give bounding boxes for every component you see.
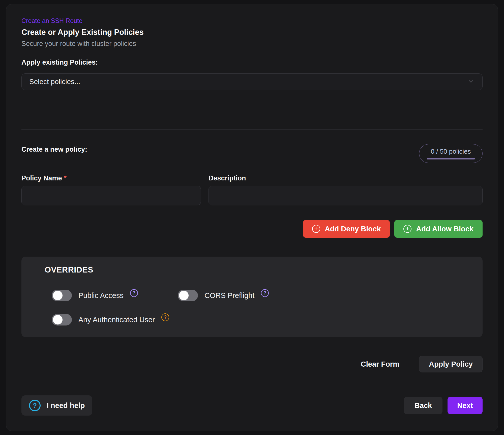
apply-existing-label: Apply existing Policies: [21,58,483,66]
plus-circle-icon: + [403,225,411,233]
cors-preflight-toggle-row: CORS Preflight ? [178,290,472,301]
policy-name-input[interactable] [21,186,201,205]
create-policy-card: Create an SSH Route Create or Apply Exis… [6,4,498,431]
toggle-knob [53,315,63,324]
description-input[interactable] [209,186,483,205]
public-access-toggle[interactable] [52,290,72,301]
cors-preflight-label: CORS Preflight [204,291,254,300]
required-marker: * [64,174,67,182]
footer-divider [21,382,483,382]
description-field-group: Description [209,174,483,205]
toggle-knob [53,291,63,300]
policies-select-value: Select policies... [29,78,80,86]
any-authenticated-user-toggle[interactable] [52,314,72,325]
toggle-knob [179,291,189,300]
create-policy-label: Create a new policy: [21,146,87,153]
help-question-icon: ? [29,400,41,411]
plus-circle-icon: + [312,225,320,233]
chevron-down-icon [467,77,475,86]
add-deny-block-button[interactable]: + Add Deny Block [303,220,390,238]
policy-counter-bar [427,158,475,159]
back-button[interactable]: Back [404,397,442,414]
help-icon[interactable]: ? [130,289,138,297]
policy-name-label: Policy Name* [21,174,201,182]
policy-counter-text: 0 / 50 policies [431,148,471,155]
policy-name-field-group: Policy Name* [21,174,201,205]
help-icon[interactable]: ? [261,289,269,297]
public-access-label: Public Access [78,291,124,300]
breadcrumb[interactable]: Create an SSH Route [21,17,82,24]
cors-preflight-toggle[interactable] [178,290,198,301]
section-divider [21,129,483,130]
public-access-toggle-row: Public Access ? [52,290,178,301]
overrides-title: OVERRIDES [26,265,472,275]
add-allow-block-label: Add Allow Block [416,225,473,233]
description-label: Description [209,174,483,182]
policies-select[interactable]: Select policies... [21,73,483,90]
add-deny-block-label: Add Deny Block [325,225,381,233]
page-subtitle: Secure your route with cluster policies [21,40,483,48]
page-title: Create or Apply Existing Policies [21,28,483,37]
add-allow-block-button[interactable]: + Add Allow Block [394,220,483,238]
clear-form-button[interactable]: Clear Form [361,360,399,368]
help-icon[interactable]: ? [161,313,169,321]
any-authenticated-user-toggle-row: Any Authenticated User ? [52,314,178,325]
policy-counter-badge: 0 / 50 policies [419,144,483,163]
need-help-label: I need help [47,401,85,410]
need-help-button[interactable]: ? I need help [21,395,92,416]
overrides-panel: OVERRIDES Public Access ? CORS Preflight… [21,257,483,337]
apply-policy-button[interactable]: Apply Policy [419,356,483,372]
any-authenticated-user-label: Any Authenticated User [78,316,155,324]
next-button[interactable]: Next [448,397,483,414]
